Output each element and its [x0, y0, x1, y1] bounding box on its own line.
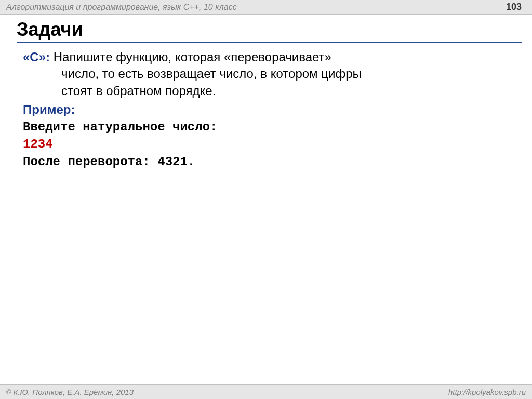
- slide-content: Задачи «C»: Напишите функцию, которая «п…: [0, 15, 532, 170]
- copyright-icon: ©: [6, 388, 11, 396]
- page-number: 103: [506, 2, 522, 12]
- task-label: «C»:: [23, 50, 50, 64]
- example-label: Пример:: [20, 101, 522, 118]
- footer-url: http://kpolyakov.spb.ru: [448, 388, 526, 396]
- header-title: Алгоритмизация и программирование, язык …: [6, 3, 237, 12]
- task-text-3: стоят в обратном порядке.: [20, 83, 522, 99]
- task-block: «C»: Напишите функцию, которая «перевора…: [20, 49, 522, 170]
- footer-copyright-text: К.Ю. Поляков, Е.А. Ерёмин, 2013: [14, 388, 134, 396]
- example-output: После переворота: 4321.: [20, 153, 522, 171]
- footer-copyright: © К.Ю. Поляков, Е.А. Ерёмин, 2013: [6, 388, 134, 396]
- task-line-1: «C»: Напишите функцию, которая «перевора…: [20, 49, 522, 65]
- example-input: 1234: [20, 136, 522, 153]
- slide-title: Задачи: [17, 19, 522, 43]
- task-text-1: Напишите функцию, которая «переворачивае…: [50, 50, 331, 64]
- task-text-2: число, то есть возвращает число, в котор…: [20, 65, 522, 82]
- footer-bar: © К.Ю. Поляков, Е.А. Ерёмин, 2013 http:/…: [0, 384, 532, 399]
- header-bar: Алгоритмизация и программирование, язык …: [0, 0, 532, 15]
- example-prompt: Введите натуральное число:: [20, 118, 522, 136]
